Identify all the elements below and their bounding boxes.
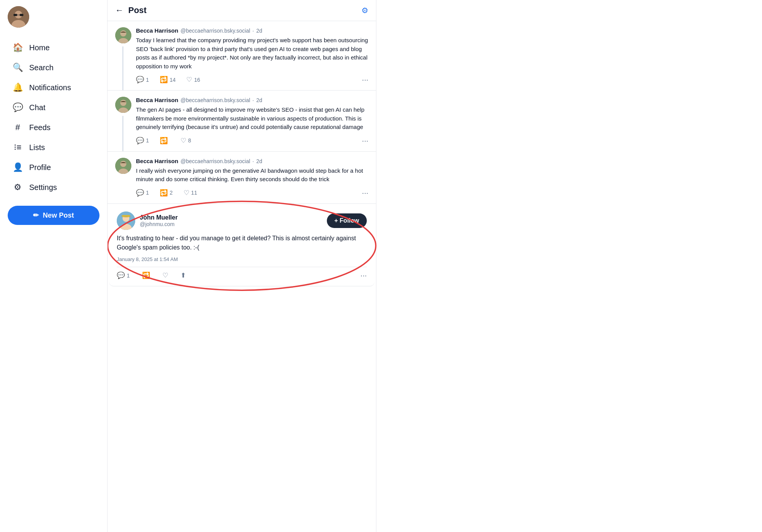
more-button-post3[interactable]: ···: [362, 188, 368, 197]
reply-icon-post3: 💬: [136, 189, 144, 197]
sidebar-item-label-profile: Profile: [29, 163, 51, 172]
reply-avatar[interactable]: [117, 211, 135, 230]
post-handle-post2: @beccaeharrison.bsky.social: [181, 97, 250, 103]
post-time-post1: 2d: [256, 28, 262, 34]
reply-more-button[interactable]: ···: [360, 271, 367, 280]
post-handle-post3: @beccaeharrison.bsky.social: [181, 158, 250, 164]
sidebar-item-home[interactable]: 🏠 Home: [8, 38, 76, 57]
post-time-post3: 2d: [256, 158, 262, 164]
edit-icon: ✏: [33, 211, 39, 220]
repost-button-post3[interactable]: 🔁 2: [160, 189, 173, 197]
repost-count-post3: 2: [170, 190, 173, 196]
dot-separator: ·: [252, 97, 254, 103]
heart-icon-post2: ♡: [181, 137, 186, 145]
reply-icon-post2: 💬: [136, 137, 144, 145]
reply-share-button[interactable]: ⬆: [181, 271, 186, 279]
repost-icon-post3: 🔁: [160, 189, 168, 197]
reply-name-block: John Mueller @johnmu.com: [140, 214, 178, 227]
post-time-post2: 2d: [256, 97, 262, 103]
like-button-post2[interactable]: ♡ 8: [181, 137, 191, 145]
post-avatar-post3[interactable]: [115, 158, 131, 174]
filter-icon[interactable]: ⚙︎: [361, 6, 368, 15]
reply-repost-button[interactable]: 🔁: [142, 271, 150, 279]
sidebar-item-search[interactable]: 🔍 Search: [8, 58, 76, 77]
sidebar-item-label-chat: Chat: [29, 103, 45, 112]
like-count-post3: 11: [191, 190, 197, 196]
dot-separator: ·: [252, 28, 254, 34]
reply-button-post2[interactable]: 💬 1: [136, 137, 149, 145]
user-avatar[interactable]: [8, 6, 29, 28]
follow-button[interactable]: + Follow: [327, 213, 367, 228]
repost-button-post2[interactable]: 🔁: [160, 137, 170, 145]
repost-icon-post1: 🔁: [160, 76, 168, 84]
reply-count-post3: 1: [146, 190, 149, 196]
new-post-label: New Post: [43, 211, 74, 220]
sidebar-item-feeds[interactable]: # Feeds: [8, 118, 76, 137]
like-count-post1: 16: [194, 77, 200, 83]
repost-button-post1[interactable]: 🔁 14: [160, 76, 176, 84]
reply-user-info: John Mueller @johnmu.com: [117, 211, 178, 230]
chat-icon: 💬: [12, 102, 23, 113]
sidebar-item-label-notifications: Notifications: [29, 83, 71, 92]
post-author-post1: Becca Harrison: [136, 27, 178, 34]
notifications-icon: 🔔: [12, 82, 23, 93]
repost-icon: 🔁: [142, 271, 150, 279]
heart-icon: ♡: [162, 271, 168, 279]
search-icon: 🔍: [12, 62, 23, 73]
sidebar-item-lists[interactable]: ⁝≡ Lists: [8, 138, 76, 157]
sidebar-item-label-search: Search: [29, 63, 53, 72]
repost-icon-post2: 🔁: [160, 137, 168, 145]
reply-button-post3[interactable]: 💬 1: [136, 189, 149, 197]
svg-rect-4: [20, 14, 23, 16]
reply-count-post1: 1: [146, 77, 149, 83]
more-button-post2[interactable]: ···: [362, 136, 368, 145]
sidebar-item-profile[interactable]: 👤 Profile: [8, 158, 76, 177]
post-content-post2: Becca Harrison @beccaeharrison.bsky.soci…: [136, 97, 368, 145]
svg-point-7: [120, 30, 126, 36]
reply-count: 1: [127, 273, 130, 279]
heart-icon-post1: ♡: [186, 76, 192, 84]
post-header: ← Post ⚙︎: [108, 0, 376, 21]
post-meta-post3: Becca Harrison @beccaeharrison.bsky.soci…: [136, 158, 368, 164]
thread-post-post1: Becca Harrison @beccaeharrison.bsky.soci…: [108, 21, 376, 91]
reply-count-post2: 1: [146, 137, 149, 144]
post-text-post1: Today I learned that the company providi…: [136, 36, 368, 71]
more-button-post1[interactable]: ···: [362, 75, 368, 84]
thread-post-post3: Becca Harrison @beccaeharrison.bsky.soci…: [108, 152, 376, 204]
back-button[interactable]: ←: [115, 5, 124, 15]
reply-reply-button[interactable]: 💬 1: [117, 271, 130, 279]
post-actions-post3: 💬 1 🔁 2 ♡ 11 ···: [136, 188, 368, 197]
sidebar-item-chat[interactable]: 💬 Chat: [8, 98, 76, 117]
thread-container: Becca Harrison @beccaeharrison.bsky.soci…: [108, 21, 376, 204]
sidebar-item-label-home: Home: [29, 43, 50, 52]
sidebar-item-settings[interactable]: ⚙ Settings: [8, 178, 76, 197]
sidebar-item-label-settings: Settings: [29, 183, 57, 192]
post-content-post3: Becca Harrison @beccaeharrison.bsky.soci…: [136, 158, 368, 197]
svg-rect-20: [122, 215, 130, 217]
profile-icon: 👤: [12, 162, 23, 173]
post-meta-post1: Becca Harrison @beccaeharrison.bsky.soci…: [136, 27, 368, 34]
like-button-post3[interactable]: ♡ 11: [184, 189, 197, 197]
post-avatar-post1[interactable]: [115, 27, 131, 43]
post-content-post1: Becca Harrison @beccaeharrison.bsky.soci…: [136, 27, 368, 84]
home-icon: 🏠: [12, 42, 23, 53]
reply-author-name: John Mueller: [140, 214, 178, 221]
post-avatar-post2[interactable]: [115, 97, 131, 113]
sidebar-item-notifications[interactable]: 🔔 Notifications: [8, 78, 76, 97]
svg-rect-3: [13, 14, 17, 16]
page-title: Post: [128, 5, 147, 15]
share-icon: ⬆: [181, 271, 186, 279]
like-button-post1[interactable]: ♡ 16: [186, 76, 200, 84]
sidebar: 🏠 Home 🔍 Search 🔔 Notifications 💬 Chat #…: [0, 0, 108, 532]
post-actions-post1: 💬 1 🔁 14 ♡ 16 ···: [136, 75, 368, 84]
heart-icon-post3: ♡: [184, 189, 189, 197]
reply-like-button[interactable]: ♡: [162, 271, 168, 279]
reply-button-post1[interactable]: 💬 1: [136, 76, 149, 84]
post-meta-post2: Becca Harrison @beccaeharrison.bsky.soci…: [136, 97, 368, 103]
post-author-post2: Becca Harrison: [136, 97, 178, 103]
reply-post: John Mueller @johnmu.com + Follow It's f…: [109, 205, 374, 287]
new-post-button[interactable]: ✏ New Post: [8, 206, 99, 225]
reply-timestamp: January 8, 2025 at 1:54 AM: [117, 256, 367, 262]
reply-icon-post1: 💬: [136, 76, 144, 84]
svg-point-10: [120, 100, 126, 106]
